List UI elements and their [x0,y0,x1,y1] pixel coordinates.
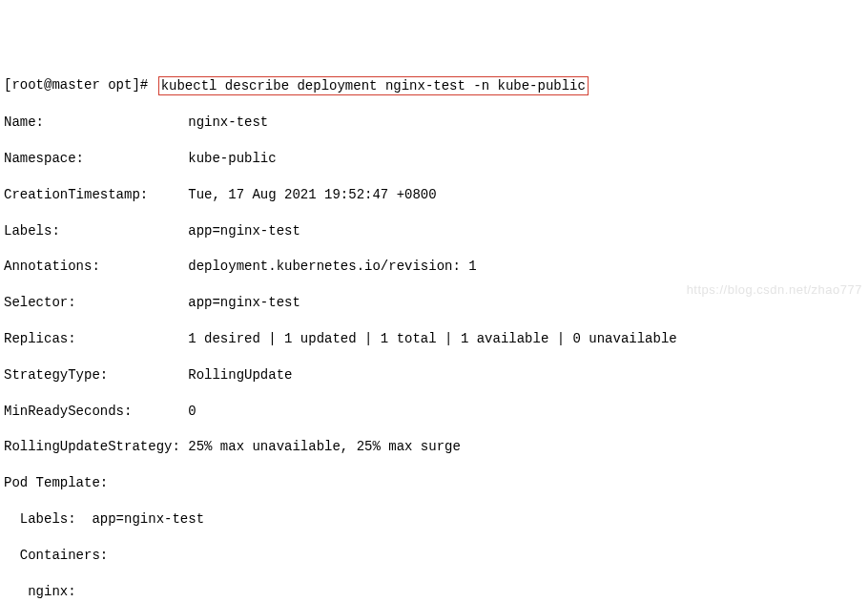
output-line: Annotations: deployment.kubernetes.io/re… [4,258,864,276]
output-line: RollingUpdateStrategy: 25% max unavailab… [4,438,864,456]
output-line: CreationTimestamp: Tue, 17 Aug 2021 19:5… [4,186,864,204]
output-line: StrategyType: RollingUpdate [4,366,864,384]
prompt-line-1: [root@master opt]# kubectl describe depl… [4,76,864,96]
output-line: Namespace: kube-public [4,150,864,168]
output-line: Replicas: 1 desired | 1 updated | 1 tota… [4,330,864,348]
shell-prompt: [root@master opt]# [4,76,156,94]
output-line: Name: nginx-test [4,114,864,132]
output-line: Pod Template: [4,474,864,492]
output-line: Selector: app=nginx-test [4,294,864,312]
output-line: Labels: app=nginx-test [4,510,864,529]
highlighted-command: kubectl describe deployment nginx-test -… [158,76,589,96]
output-line: nginx: [4,583,864,601]
output-line: Labels: app=nginx-test [4,222,864,240]
output-line: Containers: [4,547,864,565]
output-line: MinReadySeconds: 0 [4,403,864,421]
